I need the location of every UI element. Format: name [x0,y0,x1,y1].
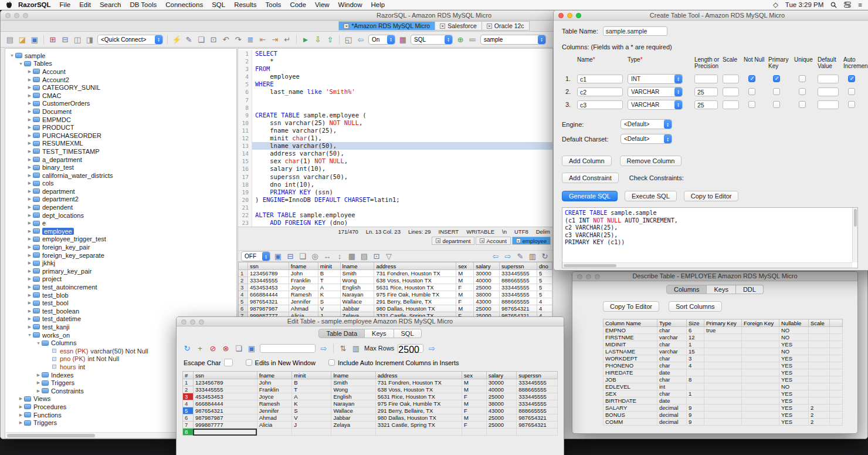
cell[interactable] [704,412,742,419]
cell[interactable]: K [292,400,331,407]
cell[interactable]: 4 [537,305,552,312]
column-header-ssn[interactable]: ssn [247,262,289,270]
cell[interactable]: char [657,327,687,334]
cell[interactable]: 9 [687,405,704,412]
delete-row-icon[interactable]: ⊘ [208,345,218,352]
tree-arrow-icon[interactable]: ▶ [26,117,33,122]
cell[interactable]: V [292,414,331,422]
row-number[interactable]: 2 [239,277,248,284]
edit-results-icon[interactable]: ✎ [516,252,525,260]
close-window-button[interactable] [577,274,582,279]
column-header-Foreign Key[interactable]: Foreign Key [742,319,779,327]
scrollbar-thumb[interactable] [854,209,857,227]
fetch-next-icon[interactable]: ⇩ [313,36,323,43]
cell[interactable]: YES [779,355,809,362]
cell[interactable] [809,390,830,397]
cell[interactable]: BIRTHDATE [603,397,657,405]
tree-item[interactable]: ▶employee [5,227,236,235]
tree-arrow-icon[interactable]: ▶ [26,69,33,74]
cell[interactable]: 2 [809,419,830,426]
cell[interactable]: 291 Berry, Bellaire, TX [375,407,462,414]
cell[interactable]: 3321 Castle, Spring TX [375,422,462,429]
cell[interactable]: M [456,305,474,312]
database-select[interactable]: sample▴▾ [480,35,546,45]
cell[interactable]: 25000 [486,422,517,429]
cell[interactable]: 333445555 [517,393,558,400]
tab-keys[interactable]: Keys [707,285,735,294]
cell[interactable]: EMPNO [603,327,657,334]
cell[interactable]: V [318,305,340,312]
minimize-window-button[interactable] [567,13,572,18]
cell[interactable]: 888665555 [500,277,537,284]
add-constraint-button[interactable]: Add Constraint [562,173,619,183]
tree-item[interactable]: ▶PURCHASEORDER [5,132,236,140]
cell[interactable]: 123456789 [247,270,289,277]
cell[interactable]: 980 Dallas, Houston TX [374,305,456,312]
cell[interactable] [742,362,779,369]
primary-key-checkbox[interactable] [773,101,780,108]
menu-search[interactable]: Search [100,1,121,8]
tree-item[interactable]: ▶project [5,275,236,284]
copy-results-icon[interactable]: ❏ [298,252,307,260]
column-header-Column Name[interactable]: Column Name [603,319,657,327]
cell[interactable]: Franklin [289,277,318,284]
cell[interactable]: T [292,386,331,393]
cell[interactable]: 2 [809,405,830,412]
tree-arrow-icon[interactable]: ▶ [35,389,42,393]
column-header-fname[interactable]: fname [257,372,292,379]
cell[interactable] [742,341,779,348]
default-value-input[interactable] [818,87,839,96]
cell[interactable] [809,369,830,376]
cancel-edits-icon[interactable]: ⊗ [221,345,230,352]
text-view-icon[interactable]: ▤ [360,252,369,260]
cell[interactable]: M [456,291,474,298]
cell[interactable]: J [292,422,331,429]
cell[interactable] [830,412,843,419]
cell[interactable] [830,334,843,341]
menu-edit[interactable]: Edit [79,1,91,8]
length-input[interactable] [694,75,718,83]
column-header-rownum[interactable] [239,262,248,270]
cell[interactable]: B [318,270,340,277]
default-value-input[interactable] [818,75,839,83]
notification-center-icon[interactable]: ≡ [858,1,862,8]
cell[interactable]: Ramesh [257,400,292,407]
cell[interactable]: M [456,277,474,284]
menu-sql[interactable]: SQL [212,1,225,8]
cell[interactable]: PHONENO [603,362,657,369]
cell[interactable]: date [657,397,687,405]
cell[interactable]: 38000 [486,400,517,407]
cell[interactable]: 6 [687,327,704,334]
cell[interactable]: WORKDEPT [603,355,657,362]
cell[interactable]: true [704,327,742,334]
menu-db-tools[interactable]: DB Tools [130,1,157,8]
tree-item[interactable]: ▶Account [5,68,236,76]
wrap-lines-icon[interactable]: ↵ [283,36,292,43]
fit-height-icon[interactable]: ↕ [335,252,344,260]
indent-right-icon[interactable]: ⇥ [270,36,280,43]
redo-icon[interactable]: ↷ [233,36,243,43]
cell[interactable]: 25000 [474,305,500,312]
row-number[interactable]: 3 [183,393,194,400]
cell[interactable]: YES [779,341,809,348]
cell[interactable] [704,405,742,412]
menu-file[interactable]: File [60,1,71,8]
editor-line[interactable]: 1SELECT [238,50,552,58]
fit-width-icon[interactable]: ↔ [323,252,332,260]
tree-item[interactable]: ▶a_department [5,156,236,164]
next-result-icon[interactable]: ⇨ [503,252,513,260]
column-header-minit[interactable]: minit [318,262,340,270]
editor-line[interactable]: 19 PRIMARY KEY (ssn) [238,188,552,196]
editor-line[interactable]: 5WHERE [238,80,552,88]
cell[interactable]: 12 [687,334,704,341]
table-name-input[interactable]: sample.sample [603,26,667,36]
cell[interactable] [704,369,742,376]
primary-key-checkbox[interactable] [773,88,780,95]
row-number[interactable]: 7 [183,422,194,429]
column-header-Scale[interactable]: Scale [809,319,830,327]
prev-result-icon[interactable]: ⇦ [491,252,500,260]
cell[interactable]: 38000 [474,291,500,298]
cell[interactable]: M [462,386,487,393]
fetch-prev-icon[interactable]: ⇧ [326,36,335,43]
column-type-select[interactable]: INT▴▾ [628,74,683,84]
